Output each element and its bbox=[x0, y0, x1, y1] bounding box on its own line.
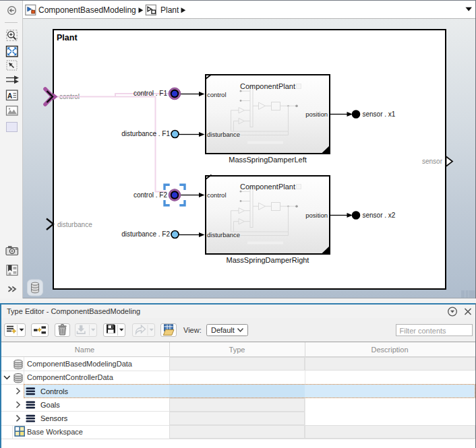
svg-text:A: A bbox=[7, 92, 12, 100]
